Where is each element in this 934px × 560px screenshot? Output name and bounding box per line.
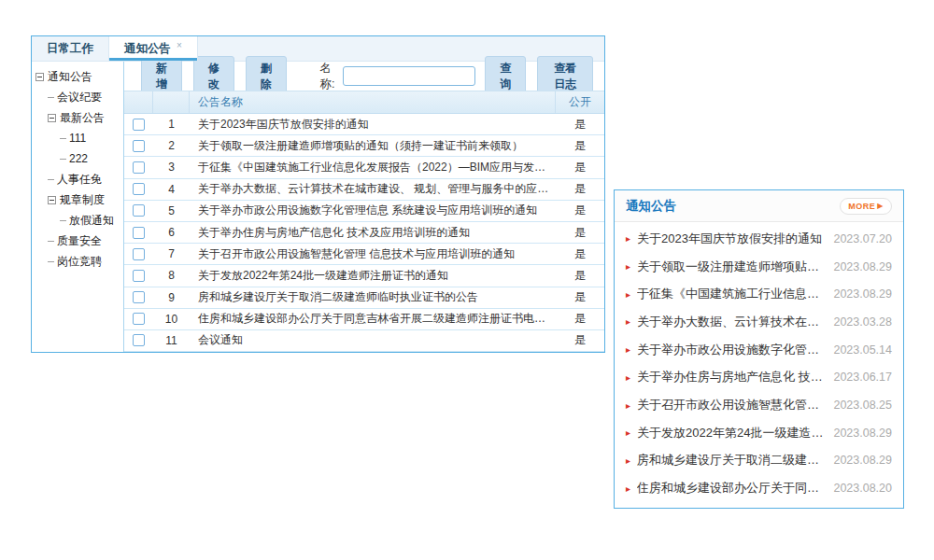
collapse-icon[interactable] (35, 73, 44, 81)
tree-leaf-dash (48, 179, 54, 180)
row-notice-name: 关于举办大数据、云计算技术在城市建设、 规划、管理与服务中的应用培训班的... (190, 181, 556, 197)
row-checkbox-cell (124, 204, 153, 217)
table-row[interactable]: 3 于征集《中国建筑施工行业信息化发展报告（2022）—BIM应用与发展》材料的… (124, 157, 604, 178)
table-row[interactable]: 10 住房和城乡建设部办公厅关于同意吉林省开展二级建造师注册证书电子化试点的..… (124, 309, 604, 330)
notice-widget: 通知公告 MORE ▶ ▸ 关于2023年国庆节放假安排的通知 2023.07.… (614, 189, 904, 509)
tree-item[interactable]: 质量安全 (32, 231, 123, 251)
table-row[interactable]: 11 会议通知 是 (124, 330, 604, 352)
row-public-value: 是 (556, 289, 604, 305)
toolbar: 新增 修改 删除 名称: 查询 查看日志 (124, 62, 604, 91)
table-row[interactable]: 2 关于领取一级注册建造师增项贴的通知（须持一建证书前来领取） 是 (124, 135, 604, 157)
row-public-value: 是 (556, 311, 604, 327)
table-body: 1 关于2023年国庆节放假安排的通知 是 2 关于领取一级注册建造师增项贴的通… (124, 114, 604, 352)
tree-item-label: 222 (69, 152, 88, 165)
tree-item-label: 质量安全 (57, 233, 102, 249)
collapse-icon[interactable] (48, 196, 56, 204)
row-number: 11 (153, 334, 190, 347)
notice-list-item[interactable]: ▸ 住房和城乡建设部办公厅关于同意吉... 2023.08.20 (626, 474, 892, 502)
table-row[interactable]: 7 关于召开市政公用设施智慧化管理 信息技术与应用培训班的通知 是 (124, 244, 604, 265)
bullet-icon: ▸ (626, 344, 630, 355)
notice-item-date: 2023.08.29 (833, 454, 892, 467)
row-notice-name: 关于召开市政公用设施智慧化管理 信息技术与应用培训班的通知 (190, 246, 556, 262)
notice-list-item[interactable]: ▸ 关于举办市政公用设施数字化管理信... 2023.05.14 (626, 336, 892, 364)
tree-item[interactable]: 111 (32, 128, 123, 148)
table-row[interactable]: 6 关于举办住房与房地产信息化 技术及应用培训班的通知 是 (124, 222, 604, 244)
tree-leaf-dash (48, 241, 54, 242)
name-filter-input[interactable] (343, 66, 475, 86)
row-checkbox[interactable] (133, 140, 145, 152)
table-row[interactable]: 4 关于举办大数据、云计算技术在城市建设、 规划、管理与服务中的应用培训班的..… (124, 179, 604, 201)
notice-list-item[interactable]: ▸ 关于举办住房与房地产信息化 技术... 2023.06.17 (626, 364, 892, 392)
row-notice-name: 关于发放2022年第24批一级建造师注册证书的通知 (190, 268, 556, 284)
notice-list-item[interactable]: ▸ 关于召开市政公用设施智慧化管理 ... 2023.08.25 (626, 391, 892, 419)
row-checkbox[interactable] (133, 334, 145, 346)
header-number-cell (153, 91, 190, 113)
table-row[interactable]: 8 关于发放2022年第24批一级建造师注册证书的通知 是 (124, 265, 604, 287)
row-notice-name: 关于举办市政公用设施数字化管理信息 系统建设与应用培训班的通知 (190, 203, 556, 218)
notice-table: 公告名称 公开 1 关于2023年国庆节放假安排的通知 是 (124, 91, 604, 352)
tab-notice[interactable]: 通知公告 × (108, 36, 198, 61)
notice-list-item[interactable]: ▸ 关于举办大数据、云计算技术在城市... 2023.03.28 (626, 308, 892, 336)
notice-list-item[interactable]: ▸ 关于领取一级注册建造师增项贴的通... 2023.08.29 (626, 253, 892, 281)
tree-item[interactable]: 会议纪要 (32, 87, 123, 107)
tree-item-label: 放假通知 (69, 213, 114, 229)
row-checkbox[interactable] (133, 270, 145, 282)
close-icon[interactable]: × (177, 40, 182, 50)
row-checkbox[interactable] (133, 313, 145, 325)
row-number: 4 (153, 183, 190, 196)
table-row[interactable]: 1 关于2023年国庆节放假安排的通知 是 (124, 114, 604, 135)
row-number: 2 (153, 139, 190, 152)
row-checkbox[interactable] (133, 119, 145, 131)
tree-item[interactable]: 规章制度 (32, 189, 123, 210)
row-checkbox[interactable] (133, 161, 145, 174)
tree-item-label: 岗位竞聘 (57, 254, 102, 270)
row-checkbox-cell (124, 227, 153, 239)
row-notice-name: 房和城乡建设厅关于取消二级建造师临时执业证书的公告 (190, 289, 556, 305)
tree-item[interactable]: 人事任免 (32, 169, 123, 189)
row-checkbox-cell (124, 248, 153, 260)
tree-item[interactable]: 通知公告 (32, 66, 123, 87)
tree-item[interactable]: 最新公告 (32, 107, 123, 128)
notice-management-panel: 日常工作 通知公告 × 通知公告 会议纪要 (31, 35, 605, 353)
notice-item-date: 2023.08.20 (833, 482, 892, 495)
notice-item-date: 2023.08.29 (833, 287, 892, 301)
notice-list-item[interactable]: ▸ 关于2023年国庆节放假安排的通知 2023.07.20 (626, 225, 892, 253)
more-button[interactable]: MORE ▶ (840, 198, 892, 215)
tree-leaf-dash (60, 220, 66, 221)
notice-item-title: 关于领取一级注册建造师增项贴的通... (637, 259, 824, 275)
tree-item[interactable]: 222 (32, 148, 123, 169)
tree-item-label: 规章制度 (60, 192, 105, 208)
row-checkbox[interactable] (133, 183, 145, 195)
row-public-value: 是 (556, 268, 604, 284)
row-public-value: 是 (556, 117, 604, 133)
row-checkbox-cell (124, 140, 153, 152)
row-checkbox-cell (124, 334, 153, 346)
row-checkbox-cell (124, 119, 153, 131)
notice-item-date: 2023.07.20 (833, 232, 892, 245)
row-checkbox-cell (124, 161, 153, 174)
row-checkbox-cell (124, 313, 153, 325)
more-arrow-icon: ▶ (877, 202, 884, 210)
tree-leaf-dash (48, 261, 54, 262)
row-number: 5 (153, 204, 190, 217)
tree-item[interactable]: 放假通知 (32, 210, 123, 231)
tree-leaf-dash (60, 159, 66, 160)
tab-daily-work[interactable]: 日常工作 (32, 36, 108, 61)
row-public-value: 是 (556, 246, 604, 262)
notice-item-title: 关于召开市政公用设施智慧化管理 ... (637, 397, 824, 413)
bullet-icon: ▸ (626, 372, 630, 383)
row-checkbox[interactable] (133, 248, 145, 260)
table-row[interactable]: 5 关于举办市政公用设施数字化管理信息 系统建设与应用培训班的通知 是 (124, 201, 604, 222)
notice-list-item[interactable]: ▸ 于征集《中国建筑施工行业信息化发... 2023.08.29 (626, 280, 892, 308)
notice-list-item[interactable]: ▸ 关于发放2022年第24批一级建造师... 2023.08.29 (626, 419, 892, 447)
row-checkbox[interactable] (133, 227, 145, 239)
notice-list-item[interactable]: ▸ 房和城乡建设厅关于取消二级建造师... 2023.08.29 (626, 447, 892, 475)
table-row[interactable]: 9 房和城乡建设厅关于取消二级建造师临时执业证书的公告 是 (124, 287, 604, 309)
tab-daily-work-label: 日常工作 (47, 41, 93, 57)
tree-item[interactable]: 岗位竞聘 (32, 251, 123, 272)
row-public-value: 是 (556, 181, 604, 197)
row-checkbox[interactable] (133, 204, 145, 217)
row-checkbox[interactable] (133, 291, 145, 303)
notice-item-title: 关于举办市政公用设施数字化管理信... (637, 342, 824, 358)
collapse-icon[interactable] (48, 114, 56, 122)
